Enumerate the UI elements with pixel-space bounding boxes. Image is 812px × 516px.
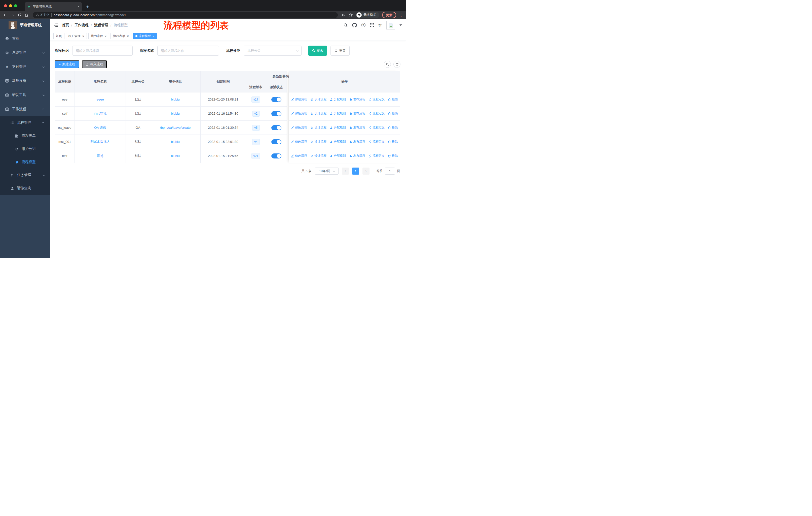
design-process-link[interactable]: 设计流程 [310,111,326,116]
page-size-select[interactable]: 10条/页 [315,167,339,174]
browser-tab[interactable]: 芋道管理系统 × [25,2,82,11]
security-warning[interactable]: 不安全 [36,13,49,17]
search-button[interactable]: 搜索 [308,46,327,56]
tag-close-icon[interactable]: × [152,34,154,38]
publish-process-link[interactable]: 发布流程 [349,97,365,102]
delete-link[interactable]: 删除 [388,140,398,144]
forward-icon[interactable] [9,12,15,18]
active-toggle[interactable] [271,97,282,102]
breadcrumb-home[interactable]: 首页 [62,23,69,27]
edit-process-link[interactable]: 修改流程 [291,126,307,130]
back-icon[interactable] [2,12,8,18]
process-definition-link[interactable]: 流程定义 [369,154,385,158]
active-toggle[interactable] [271,139,282,144]
tag-close-icon[interactable]: × [82,34,84,38]
prev-page-button[interactable]: ‹ [342,167,349,174]
design-process-link[interactable]: 设计流程 [310,97,326,102]
tag-process-model[interactable]: 流程模型× [133,33,157,39]
new-tab-button[interactable]: + [86,4,89,10]
font-size-icon[interactable]: tT [379,23,382,27]
edit-process-link[interactable]: 修改流程 [291,140,307,144]
process-name-link[interactable]: OA 请假 [94,126,106,130]
process-name-link[interactable]: 测试多审批人 [90,140,110,144]
sidebar-item-user-group[interactable]: 用户分组 [0,142,50,156]
active-toggle[interactable] [271,111,282,116]
sidebar-item-system[interactable]: 系统管理 [0,46,50,60]
show-search-icon[interactable] [384,61,391,68]
publish-process-link[interactable]: 发布流程 [349,140,365,144]
import-process-button[interactable]: 导入流程 [82,60,107,68]
breadcrumb-process-mgmt[interactable]: 流程管理 [94,23,108,27]
help-icon[interactable]: ? [361,23,366,27]
home-icon[interactable] [24,12,29,18]
create-process-button[interactable]: + 新建流程 [55,60,79,68]
edit-process-link[interactable]: 修改流程 [291,97,307,102]
zoom-window-button[interactable] [14,4,17,7]
assign-rule-link[interactable]: 分配规则 [330,126,346,130]
process-name-link[interactable]: eeee [97,98,104,101]
process-definition-link[interactable]: 流程定义 [369,140,385,144]
form-info-link[interactable]: /bpm/oa/leave/create [160,126,191,130]
sidebar-item-home[interactable]: 首页 [0,31,50,46]
publish-process-link[interactable]: 发布流程 [349,111,365,116]
sidebar-fold-icon[interactable] [54,23,58,27]
assign-rule-link[interactable]: 分配规则 [330,97,346,102]
bookmark-star-icon[interactable] [349,13,353,17]
sidebar-item-devtools[interactable]: 研发工具 [0,88,50,102]
process-key-input[interactable] [72,46,133,56]
sidebar-item-infra[interactable]: 基础设施 [0,74,50,88]
sidebar-item-task-mgmt[interactable]: 任务管理 [0,168,50,182]
process-name-input[interactable] [157,46,219,56]
update-button[interactable]: 更新 [382,12,396,18]
reset-button[interactable]: 重置 [330,46,350,56]
user-avatar[interactable] [386,21,395,29]
reload-icon[interactable] [17,12,22,18]
sidebar-item-process-model[interactable]: 流程模型 [0,156,50,168]
category-select[interactable]: 流程分类 [244,46,301,56]
assign-rule-link[interactable]: 分配规则 [330,140,346,144]
delete-link[interactable]: 删除 [388,126,398,130]
edit-process-link[interactable]: 修改流程 [291,111,307,116]
page-1-button[interactable]: 1 [352,167,359,174]
sidebar-item-process-form[interactable]: 流程表单 [0,129,50,142]
design-process-link[interactable]: 设计流程 [310,140,326,144]
tab-close-icon[interactable]: × [78,5,80,8]
process-name-link[interactable]: 自己审批 [94,111,107,116]
next-page-button[interactable]: › [362,167,370,174]
sidebar-item-leave-query[interactable]: 请假查询 [0,182,50,195]
tag-close-icon[interactable]: × [127,34,129,38]
publish-process-link[interactable]: 发布流程 [349,126,365,130]
assign-rule-link[interactable]: 分配规则 [330,154,346,158]
edit-process-link[interactable]: 修改流程 [291,154,307,158]
tag-my-process[interactable]: 我的流程× [88,33,109,39]
tag-tenant[interactable]: 租户管理× [66,33,87,39]
publish-process-link[interactable]: 发布流程 [349,154,365,158]
key-icon[interactable] [341,13,346,17]
design-process-link[interactable]: 设计流程 [310,126,326,130]
tag-home[interactable]: 首页 [53,33,64,39]
fullscreen-icon[interactable] [370,23,374,27]
delete-link[interactable]: 删除 [388,154,398,158]
delete-link[interactable]: 删除 [388,111,398,116]
process-definition-link[interactable]: 流程定义 [369,111,385,116]
design-process-link[interactable]: 设计流程 [310,154,326,158]
form-info-link[interactable]: biubiu [171,112,180,115]
github-icon[interactable] [352,23,357,27]
active-toggle[interactable] [271,154,282,159]
process-name-link[interactable]: 滔博 [97,154,104,158]
minimize-window-button[interactable] [9,4,12,7]
avatar-caret-icon[interactable] [400,24,402,26]
tag-process-form[interactable]: 流程表单× [111,33,132,39]
sidebar-item-workflow[interactable]: 工作流程 [0,102,50,116]
close-window-button[interactable] [4,4,7,7]
search-icon[interactable] [343,23,348,27]
active-toggle[interactable] [271,125,282,130]
form-info-link[interactable]: biubiu [171,140,180,144]
sidebar-item-payment[interactable]: ¥ 支付管理 [0,60,50,74]
address-bar[interactable]: 不安全 dashboard.yudao.iocoder.cn/bpm/manag… [33,12,338,18]
browser-menu-icon[interactable]: ⋮ [399,13,403,18]
form-info-link[interactable]: biubiu [171,98,180,101]
assign-rule-link[interactable]: 分配规则 [330,111,346,116]
breadcrumb-workflow[interactable]: 工作流程 [75,23,89,27]
sidebar-item-process-mgmt[interactable]: 流程管理 [0,116,50,129]
